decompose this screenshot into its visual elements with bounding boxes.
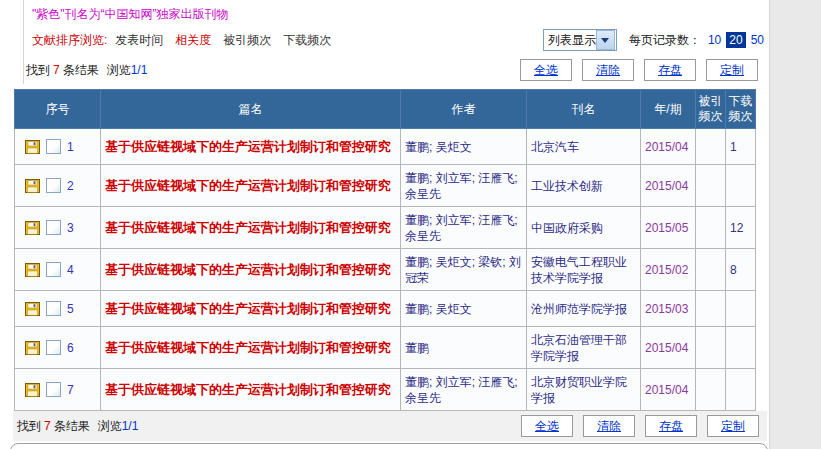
row-checkbox[interactable] [46,340,61,355]
row-number: 3 [67,221,74,235]
row-checkbox[interactable] [46,262,61,277]
row-checkbox[interactable] [46,220,61,235]
row-number: 6 [67,341,74,355]
year-issue-cell[interactable]: 2015/02 [641,249,696,291]
save-disk-icon[interactable] [25,302,40,316]
customize-button-bottom[interactable]: 定制 [707,415,759,437]
action-buttons-bottom: 全选 清除 存盘 定制 [521,415,767,437]
journal-cell[interactable]: 北京财贸职业学院学报 [527,369,641,411]
browse-label: 浏览 [107,63,131,77]
col-header-index: 序号 [15,90,101,129]
download-count-cell [726,291,756,327]
journal-cell[interactable]: 沧州师范学院学报 [527,291,641,327]
sort-toolbar: 文献排序浏览: 发表时间 相关度 被引频次 下载频次 列表显示 每页记录数： 1… [32,28,770,52]
save-disk-icon[interactable] [25,383,40,397]
sort-option-publish-date[interactable]: 发表时间 [115,32,163,49]
table-row: 1 基于供应链视域下的生产运营计划制订和管控研究 董鹏; 吴炬文 北京汽车 20… [15,129,756,165]
year-issue-cell[interactable]: 2015/04 [641,327,696,369]
authors-cell[interactable]: 董鹏; 刘立军; 汪雁飞; 余呈先 [401,369,527,411]
row-checkbox[interactable] [46,382,61,397]
save-disk-icon[interactable] [25,341,40,355]
result-count: 7 [44,419,51,433]
page-size-option-10[interactable]: 10 [708,33,721,47]
table-row: 7 基于供应链视域下的生产运营计划制订和管控研究 董鹏; 刘立军; 汪雁飞; 余… [15,369,756,411]
article-title-link[interactable]: 基于供应链视域下的生产运营计划制订和管控研究 [105,220,391,235]
cited-count-cell [696,291,726,327]
authors-cell[interactable]: 董鹏; 吴炬文; 梁钦; 刘冠荣 [401,249,527,291]
page-size-label: 每页记录数： [629,32,701,49]
year-issue-cell[interactable]: 2015/03 [641,291,696,327]
cited-count-cell [696,207,726,249]
article-title-link[interactable]: 基于供应链视域下的生产运营计划制订和管控研究 [105,382,391,397]
result-summary-top: 找到7条结果浏览1/1 [0,62,147,79]
journal-cell[interactable]: 中国政府采购 [527,207,641,249]
cited-count-cell [696,327,726,369]
found-prefix: 找到 [17,419,41,433]
year-issue-cell[interactable]: 2015/05 [641,207,696,249]
cited-count-cell [696,165,726,207]
col-header-authors: 作者 [401,90,527,129]
sort-option-cited-count[interactable]: 被引频次 [223,32,271,49]
download-count-cell: 12 [726,207,756,249]
select-all-button-top[interactable]: 全选 [520,59,572,81]
save-button-bottom[interactable]: 存盘 [645,415,697,437]
article-title-link[interactable]: 基于供应链视域下的生产运营计划制订和管控研究 [105,178,391,193]
download-count-cell [726,369,756,411]
result-summary-row: 找到7条结果浏览1/1 全选 清除 存盘 定制 [0,56,770,84]
article-title-link[interactable]: 基于供应链视域下的生产运营计划制订和管控研究 [105,139,391,154]
row-checkbox[interactable] [46,178,61,193]
authors-cell[interactable]: 董鹏; 刘立军; 汪雁飞; 余呈先 [401,207,527,249]
authors-cell[interactable]: 董鹏; 刘立军; 汪雁飞; 余呈先 [401,165,527,207]
save-button-top[interactable]: 存盘 [644,59,696,81]
page-size-option-20[interactable]: 20 [726,32,745,48]
select-all-button-bottom[interactable]: 全选 [521,415,573,437]
browse-label: 浏览 [98,419,122,433]
save-disk-icon[interactable] [25,221,40,235]
col-header-year-issue: 年/期 [641,90,696,129]
download-count-cell: 8 [726,249,756,291]
table-header-row: 序号 篇名 作者 刊名 年/期 被引频次 下载频次 [15,90,756,129]
cited-count-cell [696,249,726,291]
table-row: 6 基于供应链视域下的生产运营计划制订和管控研究 董鹏 北京石油管理干部学院学报… [15,327,756,369]
row-number: 5 [67,302,74,316]
journal-cell[interactable]: 北京石油管理干部学院学报 [527,327,641,369]
action-buttons-top: 全选 清除 存盘 定制 [520,59,770,81]
table-row: 3 基于供应链视域下的生产运营计划制订和管控研究 董鹏; 刘立军; 汪雁飞; 余… [15,207,756,249]
year-issue-cell[interactable]: 2015/04 [641,369,696,411]
display-mode-select[interactable]: 列表显示 [543,29,617,51]
col-header-download-count: 下载频次 [726,90,756,129]
article-title-link[interactable]: 基于供应链视域下的生产运营计划制订和管控研究 [105,301,391,316]
bottom-action-bar: 找到7条结果浏览1/1 全选 清除 存盘 定制 [13,411,767,441]
save-disk-icon[interactable] [25,140,40,154]
article-title-link[interactable]: 基于供应链视域下的生产运营计划制订和管控研究 [105,262,391,277]
row-number: 4 [67,263,74,277]
save-disk-icon[interactable] [25,179,40,193]
cited-count-cell [696,369,726,411]
search-results-panel: "紫色"刊名为“中国知网”独家出版刊物 文献排序浏览: 发表时间 相关度 被引频… [0,0,770,449]
journal-cell[interactable]: 安徽电气工程职业技术学院学报 [527,249,641,291]
row-checkbox[interactable] [46,301,61,316]
article-title-link[interactable]: 基于供应链视域下的生产运营计划制订和管控研究 [105,340,391,355]
year-issue-cell[interactable]: 2015/04 [641,129,696,165]
sort-option-relevance[interactable]: 相关度 [175,32,211,49]
save-disk-icon[interactable] [25,263,40,277]
page-right-gutter [769,0,821,449]
journal-cell[interactable]: 工业技术创新 [527,165,641,207]
authors-cell[interactable]: 董鹏 [401,327,527,369]
clear-button-top[interactable]: 清除 [582,59,634,81]
results-table: 序号 篇名 作者 刊名 年/期 被引频次 下载频次 1 基于供应链视域下的生产运… [14,89,756,411]
download-count-cell: 1 [726,129,756,165]
row-checkbox[interactable] [46,139,61,154]
col-header-journal: 刊名 [527,90,641,129]
authors-cell[interactable]: 董鹏; 吴炬文 [401,129,527,165]
row-number: 2 [67,179,74,193]
clear-button-bottom[interactable]: 清除 [583,415,635,437]
col-header-cited-count: 被引频次 [696,90,726,129]
page-size-option-50[interactable]: 50 [751,33,764,47]
journal-cell[interactable]: 北京汽车 [527,129,641,165]
year-issue-cell[interactable]: 2015/04 [641,165,696,207]
sort-option-download-count[interactable]: 下载频次 [283,32,331,49]
table-row: 2 基于供应链视域下的生产运营计划制订和管控研究 董鹏; 刘立军; 汪雁飞; 余… [15,165,756,207]
authors-cell[interactable]: 董鹏; 吴炬文 [401,291,527,327]
customize-button-top[interactable]: 定制 [706,59,758,81]
